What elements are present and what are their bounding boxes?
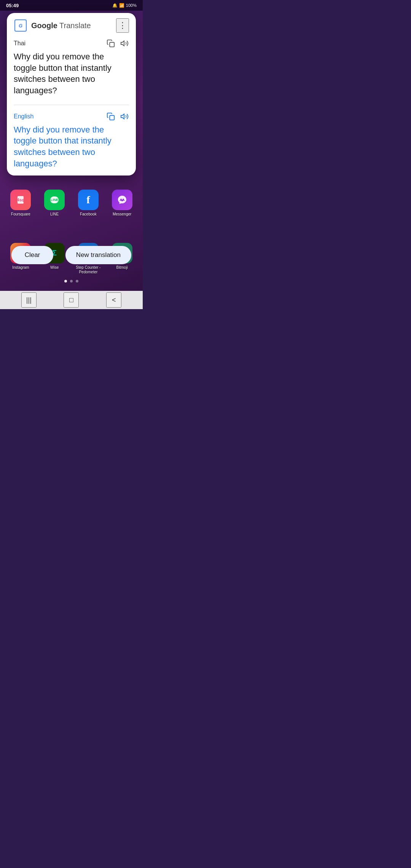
- gt-logo-text: G: [19, 23, 22, 29]
- card-title-translate: Translate: [57, 21, 91, 30]
- wise-label: Wise: [50, 265, 59, 270]
- messenger-icon: [112, 190, 132, 210]
- home-button[interactable]: □: [64, 292, 79, 308]
- foursquare-icon: 4sq: [10, 190, 31, 210]
- google-translate-logo: G: [14, 19, 27, 32]
- target-lang-actions: [106, 112, 129, 121]
- foursquare-label: Foursquare: [11, 212, 30, 217]
- facebook-icon: f: [78, 190, 99, 210]
- svg-marker-17: [121, 114, 124, 119]
- source-lang-actions: [106, 39, 129, 48]
- status-bar: 05:49 🔔 📶 100%: [0, 0, 143, 11]
- card-header-left: G Google Translate: [14, 19, 91, 32]
- line-label: LINE: [50, 212, 59, 217]
- bottom-buttons-area: Clear New translation: [0, 246, 143, 264]
- card-title-google: Google: [31, 21, 57, 30]
- app-messenger[interactable]: Messenger: [108, 190, 136, 217]
- svg-marker-15: [121, 41, 124, 46]
- target-copy-button[interactable]: [106, 112, 115, 121]
- svg-rect-16: [110, 115, 114, 120]
- facebook-label: Facebook: [80, 212, 97, 217]
- status-icons: 🔔 📶 100%: [112, 3, 137, 8]
- bitmoji-label: Bitmoji: [116, 265, 128, 270]
- target-sound-button[interactable]: [120, 112, 129, 121]
- svg-rect-14: [110, 42, 114, 47]
- source-lang-header: Thai: [14, 39, 129, 48]
- page-dots: [0, 280, 143, 282]
- source-sound-button[interactable]: [120, 39, 129, 48]
- card-header: G Google Translate ⋮: [7, 13, 136, 37]
- alarm-icon: 🔔: [112, 3, 118, 8]
- wifi-icon: 📶: [119, 3, 124, 8]
- source-language-label: Thai: [14, 40, 25, 47]
- source-copy-button[interactable]: [106, 39, 115, 48]
- home-icon: □: [69, 296, 73, 304]
- line-icon: LINE: [44, 190, 65, 210]
- back-icon: <: [112, 296, 116, 304]
- stepcounter-label: Step Counter - Pedometer: [75, 265, 102, 274]
- section-divider: [14, 105, 129, 105]
- page-dot-1[interactable]: [64, 280, 67, 282]
- page-dot-2[interactable]: [70, 280, 73, 282]
- back-button[interactable]: <: [106, 292, 121, 308]
- source-section: Thai Why did you remove the toggle butto…: [7, 37, 136, 100]
- target-lang-header: English: [14, 112, 129, 121]
- app-facebook[interactable]: f Facebook: [75, 190, 102, 217]
- recent-apps-icon: |||: [26, 296, 32, 304]
- gt-logo-box: G: [14, 19, 27, 32]
- new-translation-button[interactable]: New translation: [65, 246, 131, 264]
- target-language-label: English: [14, 113, 33, 120]
- card-menu-button[interactable]: ⋮: [116, 18, 129, 33]
- source-text: Why did you remove the toggle button tha…: [14, 51, 129, 96]
- app-foursquare[interactable]: 4sq Foursquare: [7, 190, 34, 217]
- translated-text: Why did you remove the toggle button tha…: [14, 124, 129, 169]
- instagram-label: Instagram: [12, 265, 29, 270]
- clear-button[interactable]: Clear: [11, 246, 53, 264]
- messenger-label: Messenger: [113, 212, 131, 217]
- page-dot-3[interactable]: [76, 280, 78, 282]
- svg-text:4sq: 4sq: [17, 198, 24, 202]
- nav-bar: ||| □ <: [0, 291, 143, 309]
- app-row-1: 4sq Foursquare LINE LINE f Facebook: [0, 190, 143, 217]
- status-time: 05:49: [6, 3, 19, 8]
- battery-text: 100%: [126, 3, 137, 8]
- app-line[interactable]: LINE LINE: [41, 190, 68, 217]
- recent-apps-button[interactable]: |||: [21, 292, 37, 308]
- target-section: English Why did you remove the toggle bu…: [7, 110, 136, 176]
- svg-text:LINE: LINE: [51, 198, 59, 202]
- card-title: Google Translate: [31, 21, 91, 30]
- translate-card: G Google Translate ⋮ Thai: [7, 13, 136, 176]
